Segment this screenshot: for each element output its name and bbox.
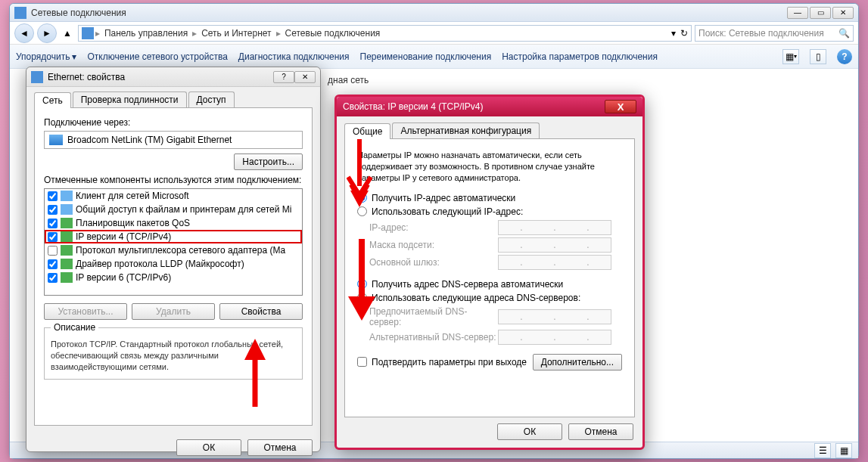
tab-alternate[interactable]: Альтернативная конфигурация: [392, 122, 540, 138]
rename-button[interactable]: Переименование подключения: [360, 51, 492, 62]
dns-preferred-label: Предпочитаемый DNS-сервер:: [369, 306, 498, 327]
radio-ip-auto[interactable]: Получить IP-адрес автоматически: [357, 193, 622, 203]
validate-checkbox[interactable]: [357, 357, 367, 367]
adapter-name: Broadcom NetLink (TM) Gigabit Ethernet: [67, 135, 232, 145]
tab-panel-network: Подключение через: Broadcom NetLink (TM)…: [34, 108, 313, 426]
gateway-input: ...: [498, 255, 611, 270]
cancel-button[interactable]: Отмена: [247, 439, 313, 456]
description-group: Описание Протокол TCP/IP. Стандартный пр…: [44, 327, 303, 380]
protocol-icon: [61, 245, 73, 256]
share-icon: [61, 204, 73, 215]
protocol-icon: [61, 272, 73, 283]
list-item[interactable]: Драйвер протокола LLDP (Майкрософт): [45, 257, 302, 271]
ipv4-cancel-button[interactable]: Отмена: [568, 423, 633, 440]
dns-alternate-input: ...: [498, 330, 611, 345]
components-label: Отмеченные компоненты используются этим …: [44, 175, 303, 185]
window-title: Сетевые подключения: [31, 8, 787, 18]
advanced-button[interactable]: Дополнительно...: [533, 354, 622, 371]
connection-label: дная сеть: [328, 75, 369, 85]
command-toolbar: Упорядочить ▾ Отключение сетевого устрой…: [10, 45, 858, 69]
ethernet-properties-dialog: Ethernet: свойства ? ✕ Сеть Проверка под…: [26, 67, 321, 452]
list-item[interactable]: Планировщик пакетов QoS: [45, 216, 302, 230]
connection-settings-button[interactable]: Настройка параметров подключения: [502, 51, 658, 62]
ipv4-tab-strip: Общие Альтернативная конфигурация: [344, 122, 635, 139]
dialog-titlebar: Ethernet: свойства ? ✕: [26, 67, 320, 87]
chevron-right-icon: ▸: [95, 28, 100, 39]
radio-dns-auto[interactable]: Получить адрес DNS-сервера автоматически: [357, 279, 622, 290]
dns-preferred-input: ...: [498, 309, 611, 324]
ipv4-titlebar: Свойства: IP версии 4 (TCP/IPv4) X: [337, 97, 642, 116]
preview-pane-button[interactable]: ▯: [810, 49, 826, 64]
component-checkbox[interactable]: [48, 205, 58, 215]
forward-button[interactable]: ►: [37, 23, 57, 43]
refresh-icon[interactable]: ↻: [680, 28, 688, 39]
view-icons-button[interactable]: ▦: [835, 443, 852, 458]
ipv4-panel: Параметры IP можно назначать автоматичес…: [344, 139, 635, 417]
tab-authentication[interactable]: Проверка подлинности: [73, 91, 187, 107]
install-button[interactable]: Установить...: [44, 303, 127, 320]
disable-device-button[interactable]: Отключение сетевого устройства: [87, 51, 227, 62]
component-checkbox[interactable]: [48, 219, 58, 228]
component-checkbox[interactable]: [48, 191, 58, 201]
adapter-field: Broadcom NetLink (TM) Gigabit Ethernet: [44, 131, 303, 149]
component-checkbox[interactable]: [48, 273, 58, 283]
help-button[interactable]: ?: [837, 49, 852, 64]
uninstall-button[interactable]: Удалить: [132, 303, 215, 320]
up-button[interactable]: ▲: [60, 28, 75, 39]
radio-ip-manual[interactable]: Использовать следующий IP-адрес:: [357, 206, 622, 217]
breadcrumb-item[interactable]: Панель управления: [101, 28, 191, 39]
list-item[interactable]: IP версии 6 (TCP/IPv6): [45, 271, 302, 284]
breadcrumb-item[interactable]: Сетевые подключения: [282, 28, 384, 39]
component-checkbox[interactable]: [48, 246, 58, 256]
network-folder-icon: [14, 7, 26, 19]
close-button[interactable]: ✕: [832, 7, 854, 19]
dialog-close-button[interactable]: ✕: [294, 71, 316, 83]
dialog-help-button[interactable]: ?: [273, 71, 294, 83]
radio-dns-manual[interactable]: Использовать следующие адреса DNS-сервер…: [357, 293, 622, 303]
configure-button[interactable]: Настроить...: [234, 153, 303, 170]
qos-icon: [61, 218, 73, 228]
list-item-ipv4[interactable]: IP версии 4 (TCP/IPv4): [45, 230, 302, 243]
component-checkbox[interactable]: [48, 232, 58, 242]
tab-sharing[interactable]: Доступ: [188, 91, 235, 107]
subnet-mask-input: ...: [498, 237, 611, 253]
minimize-button[interactable]: —: [787, 7, 808, 19]
view-options-button[interactable]: ▦▾: [782, 49, 799, 64]
ipv4-ok-button[interactable]: ОК: [497, 423, 562, 440]
component-checkbox[interactable]: [48, 259, 58, 269]
protocol-icon: [61, 259, 73, 269]
ipv4-close-button[interactable]: X: [605, 100, 636, 113]
organize-menu[interactable]: Упорядочить ▾: [16, 51, 76, 62]
back-button[interactable]: ◄: [14, 23, 34, 43]
client-icon: [61, 191, 73, 201]
breadcrumb-bar[interactable]: ▸ Панель управления ▸ Сеть и Интернет ▸ …: [78, 25, 692, 42]
list-item[interactable]: Общий доступ к файлам и принтерам для се…: [45, 203, 302, 216]
tab-general[interactable]: Общие: [344, 123, 390, 139]
connect-using-label: Подключение через:: [44, 117, 303, 128]
tab-network[interactable]: Сеть: [34, 92, 71, 108]
ipv4-dialog-title: Свойства: IP версии 4 (TCP/IPv4): [343, 101, 605, 112]
search-placeholder: Поиск: Сетевые подключения: [698, 28, 838, 39]
subnet-mask-label: Маска подсети:: [369, 240, 498, 250]
description-text: Протокол TCP/IP. Стандартный протокол гл…: [51, 339, 296, 373]
properties-button[interactable]: Свойства: [219, 303, 303, 320]
breadcrumb-item[interactable]: Сеть и Интернет: [198, 28, 274, 39]
components-list[interactable]: Клиент для сетей Microsoft Общий доступ …: [44, 188, 303, 296]
protocol-icon: [61, 231, 73, 242]
maximize-button[interactable]: ▭: [810, 7, 831, 19]
view-details-button[interactable]: ☰: [814, 443, 831, 458]
chevron-right-icon: ▸: [276, 28, 281, 39]
ok-button[interactable]: ОК: [176, 439, 241, 456]
list-item[interactable]: Клиент для сетей Microsoft: [45, 189, 302, 203]
dropdown-icon[interactable]: ▾: [671, 28, 676, 39]
ipv4-properties-dialog: Свойства: IP версии 4 (TCP/IPv4) X Общие…: [334, 95, 645, 450]
dialog-title: Ethernet: свойства: [48, 72, 125, 82]
search-input[interactable]: Поиск: Сетевые подключения 🔍: [695, 25, 854, 42]
validate-checkbox-row[interactable]: Подтвердить параметры при выходе: [357, 357, 527, 367]
ip-address-input: ...: [498, 220, 611, 235]
adapter-icon: [49, 135, 63, 145]
list-item[interactable]: Протокол мультиплексора сетевого адаптер…: [45, 243, 302, 257]
diagnose-button[interactable]: Диагностика подключения: [238, 51, 350, 62]
chevron-right-icon: ▸: [192, 28, 197, 39]
tab-strip: Сеть Проверка подлинности Доступ: [34, 91, 313, 108]
